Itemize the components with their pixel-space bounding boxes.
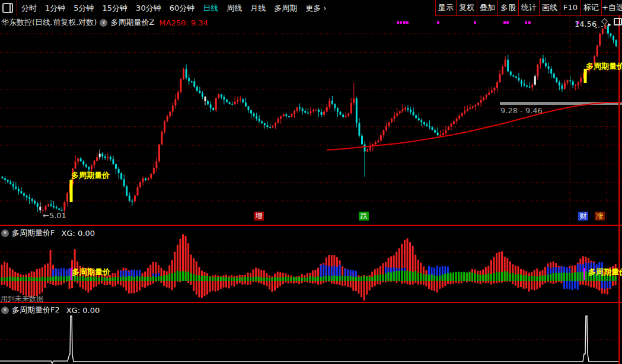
main-candlestick-chart[interactable]: [0, 17, 622, 225]
toolbar-button-8[interactable]: +自选: [601, 0, 622, 15]
menu-period-7[interactable]: 周线: [222, 3, 246, 14]
toolbar-button-7[interactable]: 标记: [580, 0, 601, 15]
event-badge-0[interactable]: 增: [254, 212, 264, 221]
event-badge-1[interactable]: 跌: [359, 212, 369, 221]
chart-title-row: 华东数控(日线.前复权.对数) ∨ 多周期量价Z MA250: 9.34: [1, 17, 208, 28]
panel3-indicator-name[interactable]: 多周期量价F2: [12, 305, 60, 315]
magenta-ticks: [397, 21, 579, 24]
menu-period-2[interactable]: 5分钟: [69, 3, 98, 14]
menu-period-3[interactable]: 15分钟: [98, 3, 132, 14]
top-toolbar: 分时1分钟5分钟15分钟30分钟60分钟日线周线月线多周期更多 › 显示复权叠加…: [0, 0, 622, 16]
toolbar-button-2[interactable]: 叠加: [477, 0, 497, 15]
toolbar-button-1[interactable]: 复权: [456, 0, 477, 15]
chevron-down-icon[interactable]: ∨: [100, 19, 107, 27]
low-price-label: ←5.01: [43, 211, 66, 220]
main-indicator-name[interactable]: 多周期量价Z: [110, 17, 154, 28]
toolbar-buttons: 显示复权叠加多股统计画线F10标记+自选: [435, 0, 622, 16]
panel3-header: ∨ 多周期量价F2 XG: 0.00: [1, 305, 100, 315]
signal-label-panel2-left: 多周期量价: [72, 267, 110, 277]
panel3-xg-value: XG: 0.00: [66, 306, 100, 315]
menu-period-0[interactable]: 分时: [17, 3, 41, 14]
trading-app-window: 分时1分钟5分钟15分钟30分钟60分钟日线周线月线多周期更多 › 显示复权叠加…: [0, 0, 622, 364]
event-badge-3[interactable]: 涨: [595, 212, 605, 221]
toolbar-button-5[interactable]: 画线: [539, 0, 560, 15]
toolbar-button-6[interactable]: F10: [560, 0, 580, 15]
chevron-down-icon[interactable]: ∨: [1, 229, 9, 237]
event-badge-2[interactable]: 财: [578, 212, 588, 221]
menu-period-1[interactable]: 1分钟: [41, 3, 69, 14]
menu-period-9[interactable]: 多周期: [270, 3, 301, 14]
panel2-header: ∨ 多周期量价F XG: 0.00: [1, 228, 95, 238]
toolbar-button-4[interactable]: 统计: [518, 0, 539, 15]
candles: [2, 23, 617, 213]
menu-period-4[interactable]: 30分钟: [132, 3, 165, 14]
panel2-xg-value: XG: 0.00: [61, 229, 94, 238]
signal-label-main-right: 多周期量价: [586, 61, 622, 72]
signal-label-main-left: 多周期量价: [71, 170, 110, 181]
menu-period-10[interactable]: 更多 ›: [301, 3, 330, 14]
menu-period-6[interactable]: 日线: [199, 3, 222, 14]
band-range-label: 9.28 - 9.46: [500, 106, 543, 115]
menu-period-5[interactable]: 60分钟: [165, 3, 199, 14]
chevron-down-icon[interactable]: ∨: [1, 306, 9, 314]
period-menu: 分时1分钟5分钟15分钟30分钟60分钟日线周线月线多周期更多 ›: [17, 0, 331, 16]
menu-period-8[interactable]: 月线: [246, 3, 270, 14]
panel2-indicator-name[interactable]: 多周期量价F: [12, 228, 55, 238]
panel-separator[interactable]: [0, 225, 622, 226]
toolbar-button-3[interactable]: 多股: [497, 0, 518, 15]
toolbar-button-0[interactable]: 显示: [435, 0, 456, 15]
split-window-icon[interactable]: [614, 18, 622, 25]
layout-panel-icon[interactable]: [2, 3, 13, 13]
ma250-value-label: MA250: 9.34: [159, 18, 208, 27]
diamond-marker-icon[interactable]: ◇: [601, 16, 608, 25]
ma250-line: [327, 103, 621, 150]
instrument-title: 华东数控(日线.前复权.对数): [1, 17, 97, 28]
main-gridlines: [0, 17, 622, 224]
signal-label-panel2-right: 多周期量价: [588, 267, 622, 277]
panel-separator[interactable]: [0, 302, 622, 303]
high-price-label: 14.56: [575, 20, 597, 28]
